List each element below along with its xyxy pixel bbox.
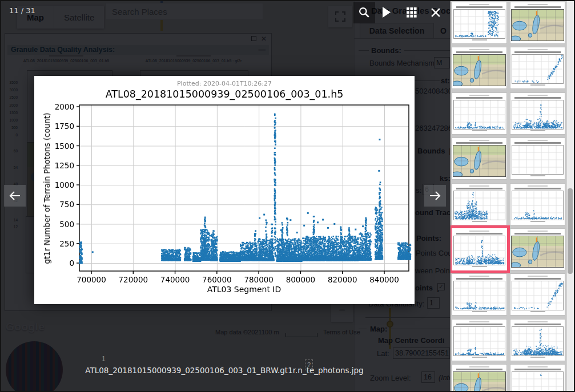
thumb-plotted-line [528,4,547,5]
thumb-plot-canvas [512,326,564,356]
lightbox-counter: 11 / 31 [9,6,35,15]
thumb-title-line [514,278,561,280]
thumb-title-line [456,6,503,8]
thumb-map-canvas [453,371,506,392]
thumb-title-line [456,97,503,99]
thumb-xlabel-line [472,130,487,131]
arrow-left-icon [9,191,21,201]
thumb-title-line [514,97,561,99]
thumb-title-line [456,233,503,235]
thumb-map-canvas [511,9,564,41]
thumb-plot-canvas [453,100,505,130]
play-icon[interactable] [382,7,391,18]
thumb-title-line [514,142,561,144]
thumb-plot-canvas [453,326,505,356]
thumb-title-line [514,324,561,325]
thumb-plotted-line [469,276,489,277]
thumb-plot-canvas [453,281,505,310]
thumbnail-2-map[interactable] [510,2,565,44]
thumb-plotted-line [528,49,547,50]
thumb-title-line [456,188,503,189]
thumb-plotted-line [469,366,489,367]
thumb-plot-canvas [512,371,564,392]
thumbnail-4-plot_dots_upper_right[interactable] [510,47,565,89]
thumbnail-13-plot_sparse[interactable] [452,273,507,316]
thumbnail-18-plot_dot_top[interactable] [510,364,565,392]
thumbnail-16-plot_dense_spike[interactable] [510,319,565,361]
thumbnail-6-plot_dense_spike[interactable] [510,92,565,135]
thumb-plot-canvas [512,281,564,310]
thumbnail-17-map[interactable] [452,364,507,392]
thumb-xlabel-line [530,84,545,86]
thumbnail-8-plot_empty[interactable] [510,138,565,180]
thumbnail-grid-icon[interactable] [407,7,417,18]
thumbnail-3-map[interactable] [452,47,507,89]
next-button[interactable] [424,185,446,207]
thumb-plotted-line [528,366,547,367]
thumb-title-line [456,51,503,53]
thumb-title-line [514,233,561,235]
thumb-xlabel-line [530,130,545,131]
thumb-plotted-line [528,185,547,187]
arrow-right-icon [429,191,441,201]
scatter-plot-canvas [34,76,415,304]
thumb-plotted-line [469,49,489,50]
thumb-plot-canvas [512,54,564,84]
thumb-plotted-line [528,231,547,232]
thumb-plotted-line [528,321,547,322]
thumb-title-line [456,278,503,280]
thumb-title-line [514,6,561,8]
thumb-xlabel-line [472,221,487,222]
thumb-title-line [456,369,503,370]
thumb-plotted-line [528,140,547,141]
thumbnail-1-plot_spike_right[interactable] [452,2,507,44]
thumb-plotted-line [469,95,489,96]
sidebar-scrollbar-thumb[interactable] [568,188,573,274]
close-icon[interactable] [431,7,441,18]
map-marker-label: 1 [102,355,106,363]
thumb-map-canvas [511,236,564,268]
thumb-plot-canvas [453,9,505,39]
thumb-plotted-line [469,321,489,322]
app-window: Map Satellite − Google Map data ©2021 10… [0,0,575,392]
thumb-plot-canvas [512,145,564,175]
thumb-plot-canvas [512,100,564,130]
plot-timestamp: Plotted: 2020-04-01T10:26:27 [34,80,415,87]
thumbnail-7-map[interactable] [452,138,507,180]
thumbnail-15-plot_sparse[interactable] [452,319,507,361]
thumbnail-9-plot_dense_band[interactable] [452,183,507,225]
thumb-xlabel-line [472,39,487,41]
thumb-plot-canvas [512,191,564,220]
thumbnail-11-plot_dense_spike[interactable] [452,228,507,270]
thumbnail-12-map[interactable] [510,228,565,270]
thumb-xlabel-line [472,311,487,312]
thumb-plot-canvas [453,191,505,220]
magnifier-icon[interactable] [358,6,371,19]
thumb-map-canvas [453,145,506,177]
thumb-title-line [514,188,561,189]
thumb-xlabel-line [530,221,545,222]
thumb-xlabel-line [472,266,487,267]
thumb-plotted-line [469,4,489,5]
thumb-plotted-line [469,185,489,187]
thumb-plotted-line [469,140,489,141]
thumb-plot-canvas [453,236,505,265]
lightbox-image[interactable]: Plotted: 2020-04-01T10:26:27 ATL08_20181… [34,76,415,304]
thumb-xlabel-line [530,357,545,358]
thumb-title-line [514,369,561,370]
thumbnail-14-plot_dots_upper_right[interactable] [510,273,565,316]
lightbox-caption: ATL08_20181015000939_02500106_003_01_BRW… [34,366,415,375]
thumb-plotted-line [528,95,547,96]
prev-button[interactable] [4,185,26,207]
thumb-xlabel-line [472,357,487,358]
thumb-title-line [514,51,561,53]
thumb-xlabel-line [530,175,545,176]
thumbnail-10-plot_sparse[interactable] [510,183,565,225]
thumb-plotted-line [528,276,547,277]
thumb-xlabel-line [530,311,545,312]
thumbnail-sidebar [450,0,575,392]
thumb-plotted-line [469,231,489,232]
plot-title: ATL08_20181015000939_02500106_003_01.h5 [34,88,415,100]
thumbnail-5-plot_sparse[interactable] [452,92,507,135]
thumb-title-line [456,324,503,325]
